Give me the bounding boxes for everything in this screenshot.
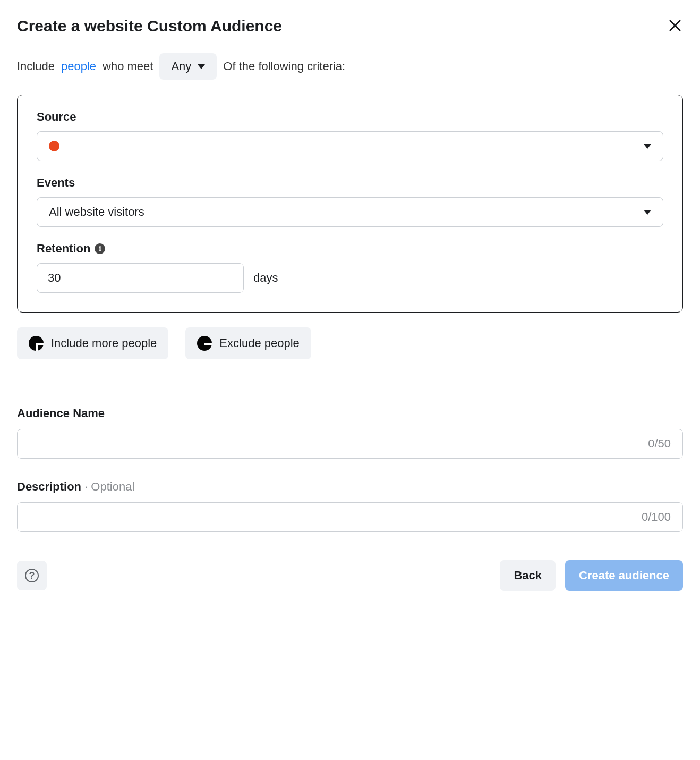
description-counter: 0/100 bbox=[642, 510, 671, 524]
include-more-button[interactable]: Include more people bbox=[17, 327, 168, 359]
retention-input[interactable] bbox=[37, 263, 244, 293]
minus-icon bbox=[197, 336, 212, 351]
description-label: Description · Optional bbox=[17, 480, 683, 494]
source-label: Source bbox=[37, 110, 663, 124]
source-select[interactable] bbox=[37, 131, 663, 161]
caret-down-icon bbox=[644, 144, 651, 149]
audience-name-counter: 0/50 bbox=[648, 437, 671, 451]
pixel-status-icon bbox=[49, 141, 59, 151]
retention-label: Retention i bbox=[37, 242, 663, 256]
criteria-prefix: Include bbox=[17, 60, 55, 73]
criteria-suffix: Of the following criteria: bbox=[223, 60, 345, 73]
divider bbox=[17, 385, 683, 385]
dialog-title: Create a website Custom Audience bbox=[17, 17, 282, 35]
any-all-dropdown[interactable]: Any bbox=[159, 53, 217, 80]
create-audience-button[interactable]: Create audience bbox=[565, 560, 683, 591]
retention-unit: days bbox=[253, 271, 278, 285]
help-button[interactable]: ? bbox=[17, 561, 47, 590]
description-optional-flag: · Optional bbox=[81, 480, 134, 493]
close-icon[interactable] bbox=[667, 17, 683, 36]
events-value: All website visitors bbox=[49, 205, 144, 219]
help-icon: ? bbox=[25, 569, 39, 582]
plus-icon bbox=[29, 336, 44, 351]
criteria-sentence: Include people who meet Any Of the follo… bbox=[17, 53, 683, 80]
exclude-label: Exclude people bbox=[219, 336, 299, 350]
exclude-people-button[interactable]: Exclude people bbox=[185, 327, 311, 359]
any-all-label: Any bbox=[171, 60, 191, 73]
caret-down-icon bbox=[198, 64, 205, 69]
events-select[interactable]: All website visitors bbox=[37, 197, 663, 227]
back-button[interactable]: Back bbox=[500, 560, 556, 591]
criteria-who-meet: who meet bbox=[103, 60, 153, 73]
retention-label-text: Retention bbox=[37, 242, 90, 256]
people-link[interactable]: people bbox=[61, 60, 96, 73]
info-icon[interactable]: i bbox=[95, 243, 105, 254]
caret-down-icon bbox=[644, 210, 651, 215]
description-field-wrap: 0/100 bbox=[17, 502, 683, 532]
audience-name-input[interactable] bbox=[29, 429, 648, 458]
include-more-label: Include more people bbox=[51, 336, 157, 350]
audience-name-field-wrap: 0/50 bbox=[17, 429, 683, 459]
dialog-footer: ? Back Create audience bbox=[0, 547, 700, 604]
events-label: Events bbox=[37, 176, 663, 190]
audience-name-label: Audience Name bbox=[17, 407, 683, 420]
criteria-group: Source Events All website visitors Reten… bbox=[17, 95, 683, 313]
description-input[interactable] bbox=[29, 503, 642, 531]
description-label-text: Description bbox=[17, 480, 81, 493]
